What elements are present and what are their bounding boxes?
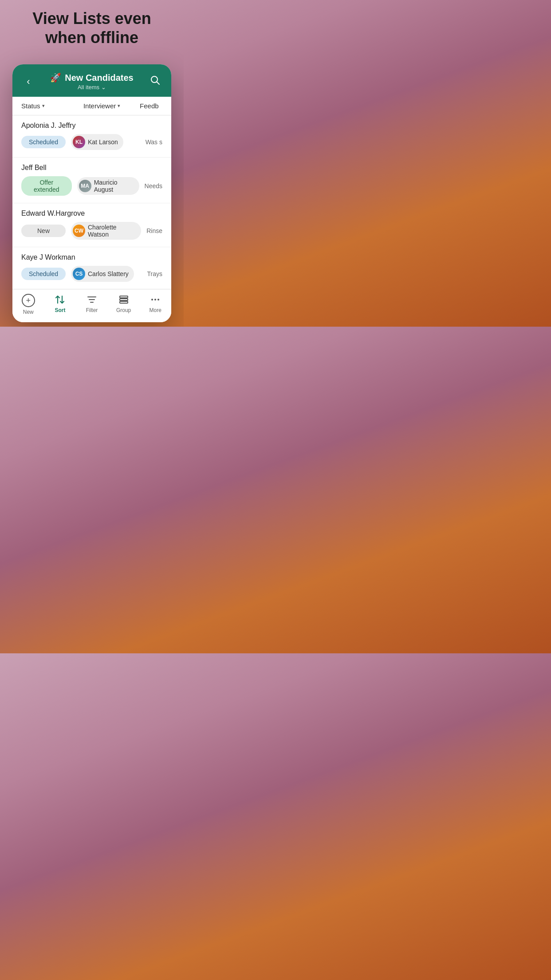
more-label: More — [150, 307, 161, 313]
feedback-preview: Trays — [147, 270, 162, 277]
list-title: New Candidates — [65, 73, 133, 83]
rocket-icon: 🚀 — [50, 72, 61, 83]
status-chevron-icon: ▾ — [42, 103, 45, 109]
list-item[interactable]: Apolonia J. JeffryScheduledKLKat LarsonW… — [12, 115, 171, 158]
group-label: Group — [116, 307, 131, 313]
header-center: 🚀 New Candidates All items ⌄ — [35, 72, 148, 91]
interviewer-name: Carlos Slattery — [88, 270, 129, 277]
list-item[interactable]: Jeff BellOffer extendedMAMauricio August… — [12, 158, 171, 203]
candidate-name: Edward W.Hargrove — [21, 209, 162, 217]
interviewer-chevron-icon: ▾ — [118, 103, 120, 109]
header-subtitle[interactable]: All items ⌄ — [35, 84, 148, 91]
status-badge: New — [21, 225, 66, 237]
promo-heading: View Lists even when offline — [0, 9, 184, 47]
subtitle-chevron-icon: ⌄ — [101, 84, 106, 91]
candidate-name: Apolonia J. Jeffry — [21, 122, 162, 130]
avatar: KL — [73, 136, 85, 148]
toolbar-sort[interactable]: Sort — [44, 294, 76, 315]
interviewer-pill: MAMauricio August — [77, 177, 139, 195]
feedback-column-header: Feedb — [140, 102, 162, 110]
status-badge: Offer extended — [21, 176, 72, 196]
svg-rect-6 — [120, 299, 128, 300]
interviewer-name: Mauricio August — [94, 179, 134, 193]
svg-rect-5 — [120, 296, 128, 298]
toolbar-more[interactable]: More — [139, 294, 171, 315]
interviewer-pill: KLKat Larson — [71, 134, 123, 150]
status-badge: Scheduled — [21, 136, 66, 148]
candidate-name: Jeff Bell — [21, 164, 162, 172]
candidate-name: Kaye J Workman — [21, 253, 162, 261]
status-badge: Scheduled — [21, 268, 66, 280]
interviewer-pill: CSCarlos Slattery — [71, 266, 134, 282]
more-icon — [150, 294, 161, 305]
interviewer-pill: CWCharolette Watson — [71, 222, 141, 240]
interviewer-name: Charolette Watson — [88, 224, 136, 238]
app-header: ‹ 🚀 New Candidates All items ⌄ — [12, 64, 171, 97]
filter-label: Filter — [86, 307, 98, 313]
new-label: New — [23, 309, 34, 315]
search-button[interactable] — [148, 75, 162, 88]
status-column-header[interactable]: Status ▾ — [21, 102, 83, 110]
svg-point-8 — [151, 299, 153, 300]
toolbar-group[interactable]: Group — [108, 294, 140, 315]
feedback-preview: Was s — [146, 138, 162, 146]
sort-label: Sort — [55, 307, 65, 313]
column-headers: Status ▾ Interviewer ▾ Feedb — [12, 97, 171, 115]
filter-icon — [86, 294, 98, 305]
avatar: CS — [73, 268, 85, 280]
feedback-preview: Rinse — [146, 227, 162, 234]
list-item[interactable]: Edward W.HargroveNewCWCharolette WatsonR… — [12, 203, 171, 247]
toolbar-new[interactable]: + New — [12, 294, 44, 315]
bottom-toolbar: + New Sort Filter Group — [12, 289, 171, 322]
group-icon — [118, 294, 130, 305]
interviewer-column-header[interactable]: Interviewer ▾ — [83, 102, 140, 110]
svg-point-9 — [154, 299, 156, 300]
candidate-list: Apolonia J. JeffryScheduledKLKat LarsonW… — [12, 115, 171, 289]
feedback-preview: Needs — [145, 182, 162, 190]
interviewer-name: Kat Larson — [88, 138, 118, 146]
svg-rect-7 — [120, 301, 128, 303]
svg-line-1 — [157, 82, 160, 84]
back-button[interactable]: ‹ — [21, 76, 35, 87]
app-card: ‹ 🚀 New Candidates All items ⌄ Status ▾ … — [12, 64, 171, 322]
toolbar-filter[interactable]: Filter — [76, 294, 108, 315]
avatar: CW — [73, 225, 85, 237]
svg-point-10 — [157, 299, 159, 300]
new-circle-icon: + — [22, 294, 35, 307]
sort-icon — [54, 294, 66, 305]
list-item[interactable]: Kaye J WorkmanScheduledCSCarlos Slattery… — [12, 247, 171, 289]
avatar: MA — [79, 180, 91, 192]
